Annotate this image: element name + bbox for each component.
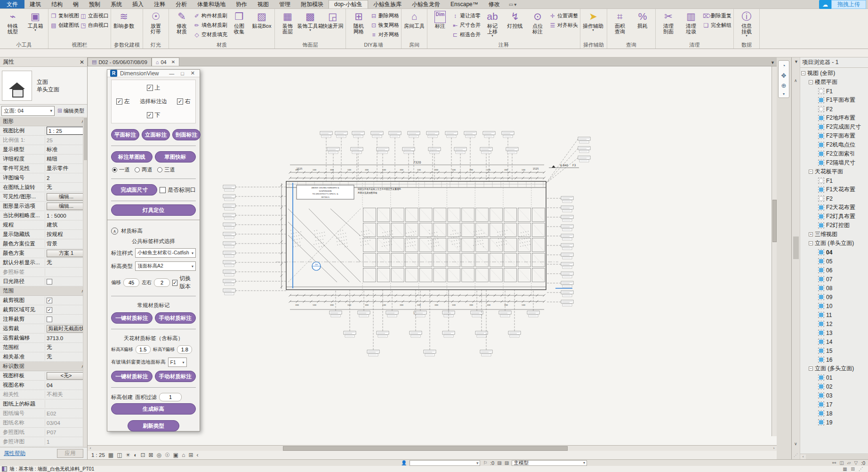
browser-item-F1[interactable]: F1	[800, 87, 868, 96]
ribbon-tab-注释[interactable]: 注释	[149, 0, 170, 8]
browser-item-13[interactable]: 13	[800, 328, 868, 337]
ribbon-button-标记上移[interactable]: ab标记上移▾	[482, 10, 503, 41]
ribbon-button-空材质填充[interactable]: ◇空材质填充	[193, 30, 227, 39]
property-value[interactable]: 按规程	[45, 231, 87, 238]
browser-item-F1天花布置[interactable]: F1天花布置	[800, 185, 868, 194]
property-value[interactable]: 1 : 5000	[45, 213, 87, 219]
browser-scroll-thumb[interactable]	[793, 236, 799, 259]
generate-elevation-button[interactable]: 生成标高	[111, 403, 196, 415]
onekey-material-tag-button-2[interactable]: 一键材质标注	[111, 371, 153, 382]
left-right-input[interactable]	[154, 278, 170, 287]
ribbon-button-尺寸合并[interactable]: ⇤尺寸合并	[452, 21, 481, 30]
scroll-left-icon[interactable]: ‹	[88, 446, 93, 450]
type-selector-dropdown[interactable]: 立面: 04 ▾	[1, 106, 55, 116]
property-input[interactable]: 1 : 25	[47, 127, 86, 135]
ribbon-tab-dop-小鲸鱼[interactable]: dop-小鲸鱼	[329, 0, 368, 8]
canvas-vertical-scrollbar[interactable]	[772, 66, 777, 436]
property-button[interactable]: 方案 1	[47, 250, 86, 257]
ribbon-button-特殊线型[interactable]: ⌁特殊线型	[2, 10, 24, 41]
radio-三道[interactable]: 三道	[157, 166, 175, 173]
collapse-viewbar-icon[interactable]: ‹	[197, 452, 199, 458]
browser-item-08[interactable]: 08	[800, 284, 868, 293]
radio-一道[interactable]: 一道	[112, 166, 130, 173]
browser-item-楼层平面[interactable]: −楼层平面	[800, 78, 868, 87]
crop-region-icon[interactable]: ⊠	[149, 452, 153, 458]
refresh-type-button[interactable]: 刷新类型	[128, 420, 179, 431]
ribbon-button-对齐标头[interactable]: ☰对齐标头	[549, 21, 578, 30]
panel-menu-icon[interactable]: ▼	[794, 59, 798, 64]
property-value[interactable]: 03/04	[45, 420, 87, 426]
ribbon-button-灯控线[interactable]: ↯灯控线	[504, 10, 526, 41]
property-value[interactable]: ✓	[45, 298, 87, 303]
browser-item-19[interactable]: 19	[800, 418, 868, 427]
steering-wheel-icon[interactable]: ◔	[782, 62, 786, 69]
ribbon-button-信息挂载[interactable]: ⓘ信息挂载▾	[736, 10, 757, 41]
visual-style-icon[interactable]: ◫	[117, 452, 122, 458]
browser-item-F2[interactable]: F2	[800, 194, 868, 203]
elev-x-offset-input[interactable]	[136, 345, 151, 354]
collapse-icon[interactable]: −	[809, 241, 813, 245]
chevron-down-icon[interactable]: ▾	[783, 92, 785, 96]
browser-item-02[interactable]: 02	[800, 382, 868, 391]
ribbon-button-立面视口[interactable]: ◫立面视口	[80, 11, 109, 20]
checkbox-switch-version[interactable]: ✓切换版本	[172, 275, 196, 291]
browser-item-11[interactable]: 11	[800, 310, 868, 319]
browser-item-F2平面布置[interactable]: F2平面布置	[800, 131, 868, 140]
property-checkbox[interactable]	[47, 279, 52, 285]
browser-item-立面 (多头立面)[interactable]: −立面 (多头立面)	[800, 364, 868, 373]
reveal-hidden-icon[interactable]: ☉	[165, 452, 170, 458]
property-checkbox[interactable]	[47, 317, 52, 322]
property-value[interactable]: 显示零件	[45, 165, 87, 172]
property-checkbox[interactable]: ✓	[47, 298, 52, 303]
browser-item-06[interactable]: 06	[800, 266, 868, 275]
ribbon-button-放置灯带[interactable]: ☉放置灯带	[145, 10, 167, 41]
ribbon-tab-体量和场地[interactable]: 体量和场地	[192, 0, 231, 8]
property-value[interactable]: 编辑...	[45, 193, 87, 201]
file-menu-button[interactable]: 文件	[0, 0, 24, 8]
ribbon-tab-管理[interactable]: 管理	[274, 0, 296, 8]
collapse-icon[interactable]: −	[809, 170, 813, 174]
drag-upload-button[interactable]: 拖拽上传	[831, 0, 866, 9]
properties-help-link[interactable]: 属性帮助	[4, 450, 25, 457]
ribbon-button-装饰工具箱[interactable]: ▩装饰工具箱▾	[299, 10, 321, 41]
browser-item-10[interactable]: 10	[800, 301, 868, 310]
worksets-dropdown[interactable]: ▾	[410, 460, 480, 466]
property-value[interactable]: 建筑	[45, 221, 87, 228]
property-button[interactable]: 编辑...	[47, 203, 86, 210]
ribbon-tab-附加模块[interactable]: 附加模块	[296, 0, 329, 8]
browser-item-09[interactable]: 09	[800, 293, 868, 301]
press-drag-icon[interactable]: ▱	[847, 460, 851, 465]
ribbon-tab-协作[interactable]: 协作	[231, 0, 252, 8]
manual-material-tag-button-2[interactable]: 手动材质标注	[155, 371, 196, 382]
property-section-范围[interactable]: 范围∧	[0, 286, 87, 296]
browser-item-01[interactable]: 01	[800, 373, 868, 382]
property-value[interactable]: 3713.0	[45, 335, 87, 341]
scroll-up-icon[interactable]: ∧	[794, 78, 797, 83]
offset-input[interactable]	[123, 278, 139, 287]
glass-floor-dropdown[interactable]: F1▾	[168, 358, 187, 367]
properties-scrollbar[interactable]	[83, 117, 87, 447]
ribbon-tab-修改[interactable]: 修改	[483, 0, 505, 8]
ribbon-button-点位标注[interactable]: ⊙点位标注	[527, 10, 548, 41]
ribbon-button-恢复网格[interactable]: ⊡恢复网格	[370, 21, 399, 30]
browser-item-F2[interactable]: F2	[800, 105, 868, 114]
browser-item-F2灯控图[interactable]: F2灯控图	[800, 221, 868, 230]
browser-item-03[interactable]: 03	[800, 391, 868, 400]
apply-button[interactable]: 应用	[57, 449, 83, 458]
ribbon-button-对齐网格[interactable]: ≡对齐网格	[370, 30, 399, 39]
close-icon[interactable]: ✕	[80, 59, 84, 65]
browser-item-F2地坪布置[interactable]: F2地坪布置	[800, 114, 868, 122]
temporary-view-properties-icon[interactable]: ▣	[173, 452, 178, 458]
design-options-dropdown[interactable]: 主模型▾	[512, 460, 587, 466]
type-preview[interactable]: 立面 单头立面	[0, 67, 87, 105]
browser-item-18[interactable]: 18	[800, 409, 868, 418]
browser-item-F1平面布置[interactable]: F1平面布置	[800, 96, 868, 105]
property-value[interactable]	[45, 317, 87, 322]
ribbon-button-工具箱[interactable]: ▣工具箱▾	[24, 10, 46, 41]
ribbon-button-面积查询[interactable]: ⌗面积查询	[609, 10, 631, 41]
ribbon-button-删除网格[interactable]: ⊟删除网格	[370, 11, 399, 20]
browser-item-15[interactable]: 15	[800, 346, 868, 355]
ribbon-button-装饰面层[interactable]: ▦装饰面层	[277, 10, 298, 41]
onekey-material-tag-button[interactable]: 一键材质标注	[111, 312, 153, 324]
sun-path-icon[interactable]: ☀	[125, 452, 130, 458]
